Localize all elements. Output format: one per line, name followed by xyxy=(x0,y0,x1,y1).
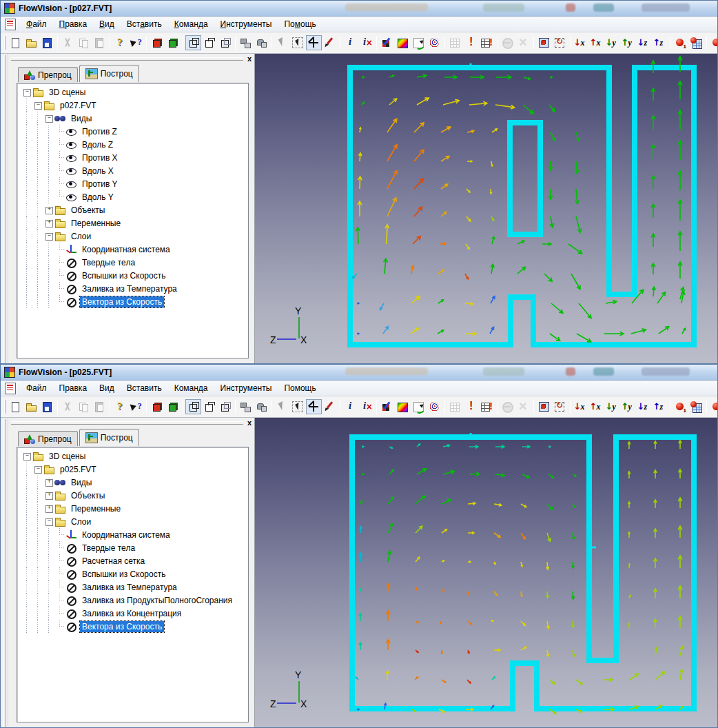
collapse-toggle[interactable]: − xyxy=(23,89,31,97)
grid-alert-button[interactable] xyxy=(479,399,495,414)
save-file-button[interactable] xyxy=(39,399,55,414)
menu-item-6[interactable]: Помощь xyxy=(278,17,322,32)
tree-item[interactable]: Координатная система xyxy=(21,528,248,541)
tree-item[interactable]: Вспышки из Скорость xyxy=(21,567,248,580)
tree-item[interactable]: −Виды xyxy=(21,112,248,125)
tree-item[interactable]: +Объекты xyxy=(21,203,248,216)
view-down-z-button[interactable]: ↓z xyxy=(636,399,652,414)
view-down-z-button[interactable]: ↓z xyxy=(636,35,652,50)
scene-box-button[interactable] xyxy=(536,35,552,50)
tile-windows-button[interactable] xyxy=(238,399,254,414)
edit-pen-button[interactable] xyxy=(322,399,338,414)
probe-grid-button[interactable] xyxy=(688,35,704,50)
menu-item-3[interactable]: Вставить xyxy=(121,17,168,32)
menu-item-2[interactable]: Вид xyxy=(93,381,121,396)
tree-item[interactable]: Заливка из Концентрация xyxy=(21,607,248,620)
menu-item-2[interactable]: Вид xyxy=(93,17,121,32)
flash-layer-button[interactable] xyxy=(379,399,395,414)
flash-layer-button[interactable] xyxy=(379,35,395,50)
panel-grip-line[interactable] xyxy=(11,421,243,425)
move-mode-button[interactable] xyxy=(306,35,322,50)
tree-item[interactable]: Твердые тела xyxy=(21,541,248,554)
open-file-button[interactable] xyxy=(23,35,39,50)
probe-button[interactable] xyxy=(709,399,718,414)
menu-item-3[interactable]: Вставить xyxy=(121,381,168,396)
scene-canvas[interactable]: YZX xyxy=(255,54,718,364)
tree-item[interactable]: −Слои xyxy=(21,230,248,243)
save-file-button[interactable] xyxy=(39,35,55,50)
tree-item[interactable]: Вектора из Скорость xyxy=(21,620,248,633)
tree-item[interactable]: Вдоль X xyxy=(21,164,248,177)
tree-item[interactable]: Против Y xyxy=(21,177,248,190)
tree-item[interactable]: Вспышки из Скорость xyxy=(21,269,248,282)
fill-layer-button[interactable] xyxy=(395,399,411,414)
collapse-toggle[interactable]: − xyxy=(45,115,53,123)
tile-windows-button[interactable] xyxy=(238,35,254,50)
tab-postproc[interactable]: Построц xyxy=(79,429,139,446)
fill-layer-button[interactable] xyxy=(395,35,411,50)
info-off-button[interactable] xyxy=(358,399,374,414)
view-up-z-button[interactable]: ↑z xyxy=(652,399,668,414)
region-select-button[interactable] xyxy=(290,399,306,414)
solid-green-cube-button[interactable] xyxy=(165,399,181,414)
view-up-y-button[interactable]: ↑y xyxy=(620,399,636,414)
tree-item[interactable]: +Переменные xyxy=(21,502,248,515)
collapse-toggle[interactable]: − xyxy=(23,453,31,461)
tree-item[interactable]: −3D сцены xyxy=(21,85,248,99)
view-up-x-button[interactable]: ↑x xyxy=(588,399,604,414)
alert-button[interactable] xyxy=(463,399,479,414)
view-up-x-button[interactable]: ↑x xyxy=(588,35,604,50)
help-button[interactable] xyxy=(112,35,128,50)
isoline-layer-button[interactable] xyxy=(427,399,442,414)
hidden-line-view-button[interactable] xyxy=(201,35,217,50)
tree-item[interactable]: Заливка из Температура xyxy=(21,580,248,594)
tree-item[interactable]: Расчетная сетка xyxy=(21,554,248,567)
menu-item-1[interactable]: Правка xyxy=(53,381,94,396)
probe-grid-button[interactable] xyxy=(688,399,704,414)
wireframe-view-button[interactable] xyxy=(185,35,201,50)
transparent-view-button[interactable] xyxy=(217,399,233,414)
menu-item-0[interactable]: Файл xyxy=(20,381,53,396)
scene-canvas[interactable]: YZX xyxy=(255,418,718,728)
tree-item[interactable]: Заливка из Температура xyxy=(21,282,248,295)
tree-item[interactable]: −Слои xyxy=(21,515,248,528)
menu-item-5[interactable]: Инструменты xyxy=(214,381,278,396)
menu-item-4[interactable]: Команда xyxy=(168,17,214,32)
tree-item[interactable]: Вектора из Скорость xyxy=(21,295,248,308)
tree-item[interactable]: +Переменные xyxy=(21,216,248,230)
tree-item[interactable]: Вдоль Y xyxy=(21,190,248,203)
view-down-x-button[interactable]: ↓x xyxy=(573,35,588,50)
context-help-button[interactable] xyxy=(128,399,144,414)
view-down-y-button[interactable]: ↓y xyxy=(604,35,620,50)
new-file-button[interactable] xyxy=(8,399,23,414)
grid-alert-button[interactable] xyxy=(479,35,495,50)
info-button[interactable] xyxy=(342,35,358,50)
wireframe-view-button[interactable] xyxy=(185,399,201,414)
vector-layer-button[interactable] xyxy=(411,399,427,414)
cascade-windows-button[interactable] xyxy=(254,399,269,414)
new-file-button[interactable] xyxy=(8,35,23,50)
solid-red-cube-button[interactable] xyxy=(149,35,165,50)
alert-button[interactable] xyxy=(463,35,479,50)
probe-button[interactable] xyxy=(709,35,718,50)
info-off-button[interactable] xyxy=(358,35,374,50)
tree-item[interactable]: Координатная система xyxy=(21,243,248,256)
menu-item-1[interactable]: Правка xyxy=(53,17,94,32)
view-up-y-button[interactable]: ↑y xyxy=(620,35,636,50)
tree-item[interactable]: Вдоль Z xyxy=(21,138,248,151)
expand-toggle[interactable]: + xyxy=(45,220,53,228)
tree-item[interactable]: Твердые тела xyxy=(21,256,248,269)
tree-item[interactable]: +Объекты xyxy=(21,489,248,502)
expand-toggle[interactable]: + xyxy=(45,207,53,214)
menu-item-0[interactable]: Файл xyxy=(20,17,53,32)
context-help-button[interactable] xyxy=(128,35,144,50)
tree-item[interactable]: −3D сцены xyxy=(21,449,248,463)
isoline-layer-button[interactable] xyxy=(427,35,442,50)
hidden-line-view-button[interactable] xyxy=(201,399,217,414)
expand-toggle[interactable]: + xyxy=(45,492,53,500)
tree-item[interactable]: Против X xyxy=(21,151,248,164)
panel-grip-line[interactable] xyxy=(11,57,243,61)
collapse-toggle[interactable]: − xyxy=(34,102,42,110)
tab-postproc[interactable]: Построц xyxy=(79,65,139,82)
solid-red-cube-button[interactable] xyxy=(149,399,165,414)
